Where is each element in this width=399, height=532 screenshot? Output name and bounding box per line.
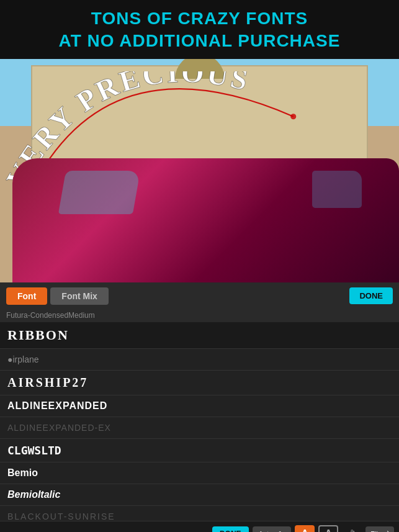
font-item-airplane[interactable]: ●irplane <box>0 349 399 371</box>
font-panel: Font Font Mix DONE Futura-CondensedMediu… <box>0 282 399 521</box>
current-font-label: Futura-CondensedMedium <box>0 310 399 322</box>
header-title: TONS OF CRAZY FONTS AT NO ADDITIONAL PUR… <box>12 7 387 53</box>
font-tabs-row: Font Font Mix DONE <box>0 282 399 310</box>
auto-button[interactable]: Auto ◀▶ <box>253 526 292 532</box>
tools-row: DONE Auto ◀▶ A A A Flip ⇄ <box>0 521 399 532</box>
font-name-clgwsltd: CLGWSLTD <box>7 444 61 457</box>
text-style-fill[interactable]: A <box>295 525 315 532</box>
font-name-bemio: Bemio <box>7 467 38 478</box>
font-name-ribbon: RIBBON <box>7 327 69 343</box>
font-item-blackout-sunrise[interactable]: BLACKOUT-SUNRISE <box>0 506 399 521</box>
tab-font[interactable]: Font <box>6 287 47 305</box>
font-name-aldine-ex: ALDINEEXPANDED-EX <box>7 423 111 433</box>
font-name-blackout-sunrise: BLACKOUT-SUNRISE <box>7 512 115 521</box>
done-button-top[interactable]: DONE <box>349 287 393 304</box>
font-item-bemio-italic[interactable]: BemioItalic <box>0 484 399 506</box>
car-windshield <box>58 171 140 214</box>
car-image <box>12 158 399 282</box>
font-item-airship[interactable]: AIRSHIP27 <box>0 371 399 395</box>
font-name-airship: AIRSHIP27 <box>7 376 88 389</box>
car-window <box>312 171 362 208</box>
font-item-ribbon[interactable]: RIBBON <box>0 322 399 349</box>
flip-button[interactable]: Flip ⇄ <box>365 526 394 532</box>
building-dome <box>175 59 225 79</box>
app-header: TONS OF CRAZY FONTS AT NO ADDITIONAL PUR… <box>0 0 399 59</box>
font-item-aldine[interactable]: ALDINEEXPANDED <box>0 395 399 417</box>
font-name-aldine: ALDINEEXPANDED <box>7 400 107 411</box>
font-name-airplane: ●irplane <box>7 354 38 364</box>
text-style-shadow[interactable]: A <box>342 525 362 532</box>
text-style-outline[interactable]: A <box>318 525 338 532</box>
font-name-bemio-italic: BemioItalic <box>7 489 60 500</box>
font-list[interactable]: RIBBON ●irplane AIRSHIP27 ALDINEEXPANDED… <box>0 322 399 521</box>
font-item-clgwsltd[interactable]: CLGWSLTD <box>0 439 399 462</box>
image-canvas[interactable]: VERY PRECIOUS <box>0 59 399 282</box>
font-item-bemio[interactable]: Bemio <box>0 462 399 484</box>
done-button-tools[interactable]: DONE <box>212 526 249 532</box>
tab-font-mix[interactable]: Font Mix <box>50 287 109 305</box>
font-item-aldine-ex[interactable]: ALDINEEXPANDED-EX <box>0 417 399 439</box>
